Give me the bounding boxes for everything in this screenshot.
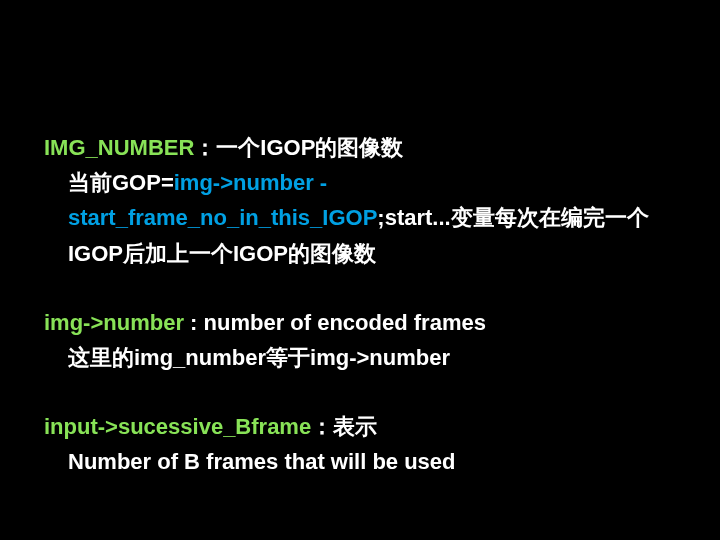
text: ：表示 (311, 414, 377, 439)
def-img-number-field-line2: 这里的img_number等于img->number (44, 340, 676, 375)
text: ：一个IGOP的图像数 (194, 135, 403, 160)
def-successive-bframe-line2: Number of B frames that will be used (44, 444, 676, 479)
text: 当前GOP= (68, 170, 174, 195)
def-img-number-macro: IMG_NUMBER：一个IGOP的图像数 (44, 130, 676, 165)
text: 这里的img_number等于img->number (68, 345, 450, 370)
text: ;start...变量每次在编完一个 (377, 205, 648, 230)
def-img-number-field: img->number : number of encoded frames (44, 305, 676, 340)
slide-content: IMG_NUMBER：一个IGOP的图像数 当前GOP=img->number … (0, 0, 720, 540)
def-img-number-macro-line4: IGOP后加上一个IGOP的图像数 (44, 236, 676, 271)
text: : number of encoded frames (184, 310, 486, 335)
term-img-number-field: img->number (44, 310, 184, 335)
text: IGOP后加上一个IGOP的图像数 (68, 241, 376, 266)
def-img-number-macro-line3: start_frame_no_in_this_IGOP;start...变量每次… (44, 200, 676, 235)
expr-start-frame-no: start_frame_no_in_this_IGOP (68, 205, 377, 230)
def-successive-bframe: input->sucessive_Bframe：表示 (44, 409, 676, 444)
term-successive-bframe: input->sucessive_Bframe (44, 414, 311, 439)
text: Number of B frames that will be used (68, 449, 456, 474)
expr-minus: - (314, 170, 334, 195)
expr-img-number: img->number (174, 170, 314, 195)
term-img-number-macro: IMG_NUMBER (44, 135, 194, 160)
def-img-number-macro-line2: 当前GOP=img->number - (44, 165, 676, 200)
